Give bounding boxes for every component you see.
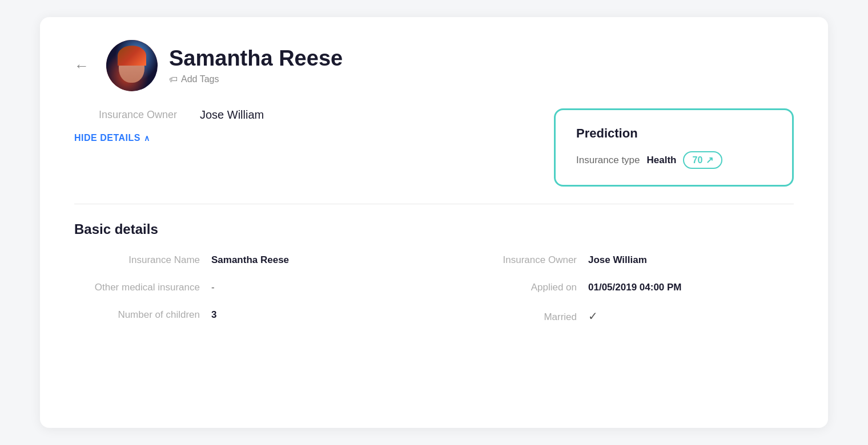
detail-row-children: Number of children 3 xyxy=(74,309,417,323)
content-row: Insurance Owner Jose William HIDE DETAIL… xyxy=(74,108,794,187)
insurance-type-label: Insurance type xyxy=(576,155,640,166)
detail-row-married: Married ✓ xyxy=(451,309,794,323)
insurance-name-label: Insurance Name xyxy=(74,254,200,266)
married-checkmark: ✓ xyxy=(588,309,598,323)
add-tags-label: Add Tags xyxy=(181,74,219,84)
children-value: 3 xyxy=(211,309,216,321)
detail-row-owner: Insurance Owner Jose William xyxy=(451,254,794,266)
insurance-owner-label: Insurance Owner xyxy=(74,109,177,121)
tag-icon: 🏷 xyxy=(169,74,178,84)
hide-details-button[interactable]: HIDE DETAILS ∧ xyxy=(74,133,150,143)
chevron-up-icon: ∧ xyxy=(144,134,150,143)
prediction-title: Prediction xyxy=(576,126,771,141)
person-name: Samantha Reese xyxy=(169,47,343,71)
other-medical-value: - xyxy=(211,282,215,293)
owner-value: Jose William xyxy=(588,254,647,266)
insurance-type-value: Health xyxy=(647,155,677,166)
main-container: ← Samantha Reese 🏷 Add Tags Insurance Ow… xyxy=(40,17,828,428)
details-grid: Insurance Name Samantha Reese Insurance … xyxy=(74,254,794,323)
add-tags-button[interactable]: 🏷 Add Tags xyxy=(169,74,343,84)
insurance-name-value: Samantha Reese xyxy=(211,254,289,266)
detail-row-insurance-name: Insurance Name Samantha Reese xyxy=(74,254,417,266)
left-section: Insurance Owner Jose William HIDE DETAIL… xyxy=(74,108,554,143)
name-section: Samantha Reese 🏷 Add Tags xyxy=(169,47,343,84)
score-badge: 70 ↗ xyxy=(683,151,722,169)
insurance-owner-value: Jose William xyxy=(200,108,264,122)
detail-row-other-medical: Other medical insurance - xyxy=(74,282,417,293)
back-button[interactable]: ← xyxy=(74,58,95,73)
header-row: ← Samantha Reese 🏷 Add Tags xyxy=(74,40,794,91)
other-medical-label: Other medical insurance xyxy=(74,282,200,293)
detail-row-applied-on: Applied on 01/05/2019 04:00 PM xyxy=(451,282,794,293)
score-value: 70 xyxy=(692,155,702,165)
children-label: Number of children xyxy=(74,309,200,321)
applied-on-value: 01/05/2019 04:00 PM xyxy=(588,282,682,293)
basic-details-section: Basic details Insurance Name Samantha Re… xyxy=(74,221,794,323)
hide-details-label: HIDE DETAILS xyxy=(74,133,140,143)
avatar xyxy=(106,40,158,91)
owner-label: Insurance Owner xyxy=(451,254,577,266)
prediction-card: Prediction Insurance type Health 70 ↗ xyxy=(554,108,794,187)
divider xyxy=(74,204,794,204)
basic-details-title: Basic details xyxy=(74,221,794,237)
prediction-row: Insurance type Health 70 ↗ xyxy=(576,151,771,169)
trend-icon: ↗ xyxy=(706,155,713,165)
applied-on-label: Applied on xyxy=(451,282,577,293)
married-label: Married xyxy=(451,312,577,323)
insurance-owner-row: Insurance Owner Jose William xyxy=(74,108,554,122)
